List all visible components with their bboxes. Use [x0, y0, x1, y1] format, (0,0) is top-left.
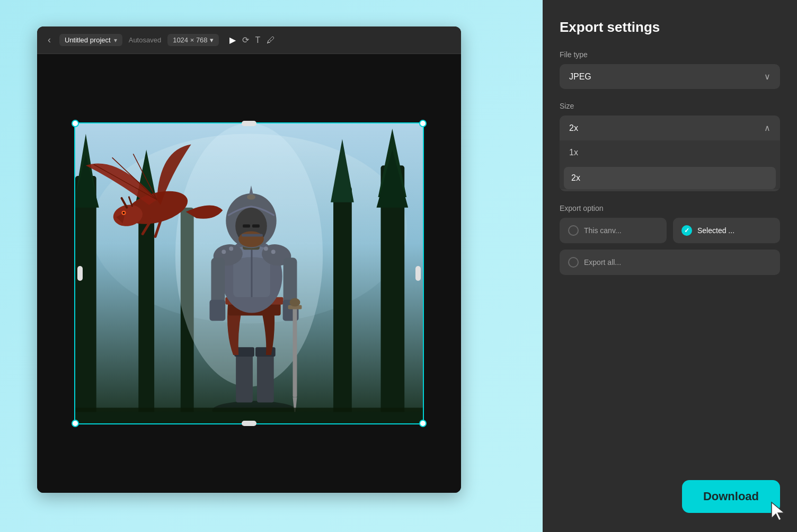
svg-rect-59	[242, 234, 263, 236]
handle-top-mid[interactable]	[242, 121, 256, 126]
export-title: Export settings	[560, 19, 780, 36]
size-option-1x[interactable]: 1x	[560, 140, 780, 165]
project-chevron-icon: ▾	[114, 37, 117, 44]
handle-bottom-mid[interactable]	[242, 421, 256, 426]
toolbar: ‹ Untitled project ▾ Autosaved 1024 × 76…	[37, 26, 461, 54]
size-current-value: 2x	[569, 123, 578, 133]
canvas-image	[75, 123, 423, 423]
size-selected-row[interactable]: 2x ∧	[560, 116, 780, 140]
canvas-size-chevron-icon: ▾	[210, 36, 214, 44]
svg-rect-28	[257, 350, 274, 402]
svg-point-54	[238, 231, 264, 247]
canvas-content	[37, 54, 461, 493]
file-type-value: JPEG	[569, 72, 591, 82]
size-label: Size	[560, 102, 780, 110]
download-button[interactable]: Download	[682, 480, 780, 513]
svg-point-56	[247, 194, 255, 200]
rotate-tool-icon[interactable]: ⟳	[242, 35, 249, 45]
export-all-label: Export all...	[584, 258, 621, 267]
handle-top-right[interactable]	[419, 120, 427, 127]
select-tool-icon[interactable]: ▶	[229, 35, 236, 45]
this-canvas-option[interactable]: This canv...	[560, 218, 667, 243]
svg-rect-47	[293, 303, 297, 397]
autosaved-label: Autosaved	[129, 36, 161, 44]
size-dropdown[interactable]: 2x ∧ 1x 2x	[560, 116, 780, 191]
svg-rect-57	[243, 225, 250, 228]
size-option-2x[interactable]: 2x	[564, 167, 776, 189]
this-canvas-label: This canv...	[584, 226, 622, 235]
handle-right-mid[interactable]	[415, 266, 421, 281]
selected-label: Selected ...	[697, 226, 734, 235]
text-tool-icon[interactable]: T	[255, 36, 261, 45]
image-selection-container[interactable]	[74, 122, 424, 424]
toolbar-tools: ▶ ⟳ T 🖊	[229, 35, 276, 45]
file-type-select[interactable]: JPEG ∨	[560, 64, 780, 89]
svg-point-49	[290, 298, 300, 307]
handle-top-left[interactable]	[72, 120, 79, 127]
svg-rect-45	[209, 300, 225, 321]
svg-point-40	[229, 246, 233, 251]
project-name-button[interactable]: Untitled project ▾	[59, 34, 122, 46]
export-all-option[interactable]: Export all...	[560, 250, 780, 275]
export-all-radio	[568, 257, 579, 268]
svg-rect-27	[236, 350, 253, 402]
svg-rect-10	[138, 197, 154, 423]
export-options-grid: This canv... Selected ...	[560, 218, 780, 243]
file-type-label: File type	[560, 50, 780, 59]
pen-tool-icon[interactable]: 🖊	[267, 36, 275, 45]
size-options-list: 1x 2x	[560, 140, 780, 189]
download-label: Download	[703, 490, 759, 503]
download-area: Download	[560, 469, 780, 513]
canvas-size-value: 1024 × 768	[173, 36, 207, 44]
export-option-label: Export option	[560, 204, 780, 212]
canvas-size-button[interactable]: 1024 × 768 ▾	[167, 34, 218, 46]
handle-bottom-right[interactable]	[419, 420, 427, 427]
svg-rect-8	[333, 187, 352, 423]
back-button[interactable]: ‹	[43, 32, 55, 48]
handle-left-mid[interactable]	[77, 266, 83, 281]
canvas-area: ‹ Untitled project ▾ Autosaved 1024 × 76…	[37, 26, 461, 493]
project-name-label: Untitled project	[65, 36, 111, 44]
size-chevron-up-icon: ∧	[764, 123, 771, 133]
svg-rect-58	[252, 225, 260, 228]
svg-rect-2	[75, 176, 96, 423]
svg-rect-43	[211, 258, 225, 305]
selected-radio	[681, 225, 692, 236]
svg-rect-44	[284, 258, 297, 305]
this-canvas-radio	[568, 225, 579, 236]
file-type-chevron-icon: ∨	[764, 72, 771, 82]
svg-rect-30	[255, 347, 276, 357]
selected-option[interactable]: Selected ...	[673, 218, 780, 243]
svg-point-41	[271, 250, 276, 254]
handle-bottom-left[interactable]	[72, 420, 79, 427]
export-panel: Export settings File type JPEG ∨ Size 2x…	[543, 0, 797, 532]
svg-marker-62	[772, 502, 784, 520]
cursor-icon	[767, 500, 789, 521]
svg-point-42	[264, 246, 268, 251]
svg-point-39	[222, 250, 226, 254]
svg-point-18	[122, 212, 125, 214]
